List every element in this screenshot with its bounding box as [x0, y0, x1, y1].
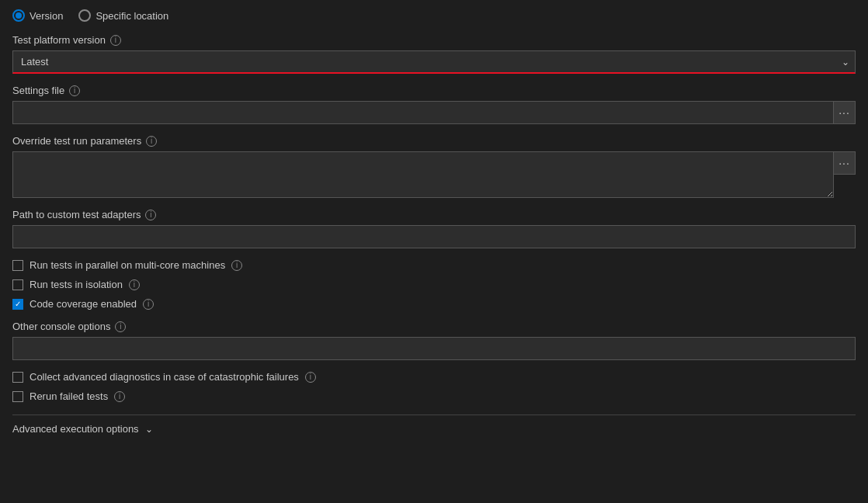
settings-file-ellipsis-button[interactable]: ··· — [834, 101, 856, 124]
radio-group: Version Specific location — [12, 9, 856, 22]
settings-file-label-row: Settings file i — [12, 85, 856, 96]
test-platform-version-label: Test platform version — [12, 34, 106, 46]
other-console-options-input[interactable] — [12, 337, 856, 360]
run-parallel-checkbox[interactable] — [12, 260, 23, 271]
code-coverage-label: Code coverage enabled — [30, 298, 137, 310]
settings-file-info-icon[interactable]: i — [69, 85, 80, 96]
radio-specific-location[interactable]: Specific location — [78, 9, 168, 22]
rerun-failed-tests-checkbox-row[interactable]: Rerun failed tests i — [12, 390, 856, 402]
settings-file-group: Settings file i ··· — [12, 85, 856, 124]
path-custom-adapters-label-row: Path to custom test adapters i — [12, 209, 856, 220]
rerun-failed-tests-label: Rerun failed tests — [30, 390, 108, 402]
run-parallel-label: Run tests in parallel on multi-core mach… — [30, 259, 225, 271]
test-platform-version-info-icon[interactable]: i — [110, 35, 121, 46]
path-custom-adapters-input[interactable] — [12, 225, 856, 248]
path-custom-adapters-info-icon[interactable]: i — [145, 210, 156, 220]
radio-specific-location-label: Specific location — [95, 10, 168, 22]
other-console-options-info-icon[interactable]: i — [115, 321, 126, 332]
rerun-failed-tests-checkbox[interactable] — [12, 391, 23, 402]
collect-diagnostics-label: Collect advanced diagnostics in case of … — [30, 371, 299, 383]
override-test-run-params-label-row: Override test run parameters i — [12, 135, 856, 147]
radio-version-circle — [12, 9, 25, 22]
diagnostics-checkbox-group: Collect advanced diagnostics in case of … — [12, 371, 856, 402]
test-platform-version-select[interactable]: Latest — [12, 50, 856, 74]
radio-version-label: Version — [30, 10, 63, 22]
chevron-down-icon: ⌄ — [145, 424, 153, 435]
override-test-run-params-group: Override test run parameters i ··· — [12, 135, 856, 198]
override-test-run-params-ellipsis-button[interactable]: ··· — [834, 151, 856, 175]
collect-diagnostics-checkbox-row[interactable]: Collect advanced diagnostics in case of … — [12, 371, 856, 383]
path-custom-adapters-group: Path to custom test adapters i — [12, 209, 856, 248]
checkbox-group: Run tests in parallel on multi-core mach… — [12, 259, 856, 310]
advanced-execution-options-section[interactable]: Advanced execution options ⌄ — [12, 423, 856, 435]
settings-file-input[interactable] — [12, 101, 834, 124]
run-isolation-info-icon[interactable]: i — [129, 279, 140, 290]
divider — [12, 415, 856, 415]
settings-file-input-group: ··· — [12, 101, 856, 124]
other-console-options-label-row: Other console options i — [12, 321, 856, 332]
code-coverage-checkbox-row[interactable]: Code coverage enabled i — [12, 298, 856, 310]
override-test-run-params-label: Override test run parameters — [12, 135, 141, 147]
settings-file-label: Settings file — [12, 85, 64, 96]
test-platform-version-label-row: Test platform version i — [12, 34, 856, 46]
advanced-execution-options-label: Advanced execution options — [12, 423, 139, 435]
code-coverage-checkbox[interactable] — [12, 299, 23, 310]
radio-specific-location-circle — [78, 9, 91, 22]
run-parallel-checkbox-row[interactable]: Run tests in parallel on multi-core mach… — [12, 259, 856, 271]
run-isolation-checkbox[interactable] — [12, 279, 23, 290]
collect-diagnostics-info-icon[interactable]: i — [305, 372, 316, 383]
collect-diagnostics-checkbox[interactable] — [12, 372, 23, 383]
path-custom-adapters-label: Path to custom test adapters — [12, 209, 141, 220]
test-platform-version-group: Test platform version i Latest ⌄ — [12, 34, 856, 74]
override-test-run-params-info-icon[interactable]: i — [146, 136, 157, 147]
other-console-options-label: Other console options — [12, 321, 110, 332]
run-parallel-info-icon[interactable]: i — [231, 260, 242, 271]
other-console-options-group: Other console options i — [12, 321, 856, 360]
run-isolation-label: Run tests in isolation — [30, 279, 123, 290]
run-isolation-checkbox-row[interactable]: Run tests in isolation i — [12, 279, 856, 290]
override-test-run-params-input-group: ··· — [12, 151, 856, 198]
override-test-run-params-textarea[interactable] — [12, 151, 834, 198]
test-platform-version-select-wrapper: Latest ⌄ — [12, 50, 856, 74]
radio-version[interactable]: Version — [12, 9, 63, 22]
rerun-failed-tests-info-icon[interactable]: i — [114, 391, 125, 402]
code-coverage-info-icon[interactable]: i — [143, 299, 154, 310]
